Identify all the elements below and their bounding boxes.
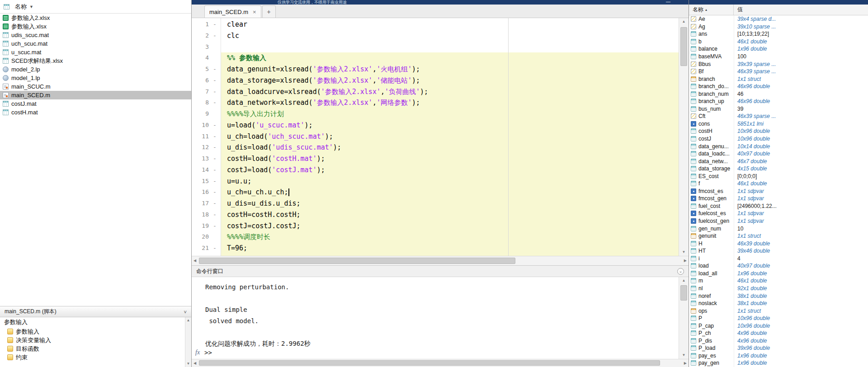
workspace-row[interactable]: branch_num46 (689, 90, 868, 98)
file-item[interactable]: uch_scuc.mat (0, 39, 191, 48)
file-item[interactable]: 参数输入.xlsx (0, 22, 191, 31)
file-item[interactable]: udis_scuc.mat (0, 31, 191, 39)
tab-main-sced[interactable]: main_SCED.m × (204, 5, 261, 18)
editor-window-titlebar[interactable]: 仅供学习交流使用，不得用于商业用途 — (192, 0, 689, 5)
sort-caret-icon[interactable]: ▼ (29, 5, 33, 9)
command-prompt[interactable]: fx >> (195, 347, 212, 358)
workspace-row[interactable]: b46x1 double (689, 38, 868, 46)
workspace-row[interactable]: P_dis4x96 double (689, 337, 868, 345)
editor-vscrollbar[interactable]: ▲ ▼ (679, 18, 689, 256)
editor-line[interactable]: 20%%%%调度时长 (192, 231, 679, 243)
workspace-row[interactable]: data_netw...46x7 double (689, 157, 868, 165)
editor-line[interactable]: 13-costH=load('costH.mat'); (192, 153, 679, 165)
file-item[interactable]: main_SCED.m (0, 91, 191, 99)
workspace-row[interactable]: m46x1 double (689, 277, 868, 285)
scroll-left-icon[interactable]: ◀ (193, 259, 196, 263)
workspace-row[interactable]: P10x96 double (689, 315, 868, 322)
editor-line[interactable]: 9%%%%导入出力计划 (192, 108, 679, 120)
editor-line[interactable]: 7-data_loadcurve=xlsread('参数输入2.xlsx','负… (192, 86, 679, 98)
new-tab-button[interactable]: + (262, 5, 276, 18)
file-item[interactable]: u_scuc.mat (0, 48, 191, 56)
scroll-down-icon[interactable]: ▼ (187, 362, 190, 366)
file-item[interactable]: main_SCUC.m (0, 82, 191, 91)
workspace-row[interactable]: ES_cost[0;0;0;0] (689, 172, 868, 180)
workspace-row[interactable]: costH10x96 double (689, 127, 868, 135)
workspace-row[interactable]: load_all1x96 double (689, 270, 868, 278)
editor-line[interactable]: 22-baseMVA=100; (192, 254, 679, 256)
command-window-header[interactable]: 命令行窗口 ⌄ (192, 266, 689, 277)
file-item[interactable]: model_2.lp (0, 65, 191, 74)
workspace-row[interactable]: ans[10;13;19;22] (689, 30, 868, 38)
collapse-chevron-icon[interactable]: ˅ (184, 309, 187, 315)
workspace-row[interactable]: nl92x1 double (689, 285, 868, 292)
workspace-row[interactable]: baseMVA100 (689, 53, 868, 61)
workspace-row[interactable]: costJ10x96 double (689, 135, 868, 143)
workspace-row[interactable]: data_storage4x15 double (689, 165, 868, 173)
workspace-row[interactable]: fmcost_gen1x1 sdpvar (689, 195, 868, 202)
workspace-row[interactable]: f46x1 double (689, 180, 868, 188)
command-vscrollbar[interactable]: ▲ ▼ (679, 277, 689, 359)
scroll-up-icon[interactable]: ▲ (187, 318, 190, 323)
section-tree-item[interactable]: 决策变量输入 (0, 336, 191, 344)
editor-line[interactable]: 1-clear (192, 19, 679, 30)
workspace-row[interactable]: P_ch4x96 double (689, 329, 868, 337)
scroll-thumb[interactable] (199, 360, 660, 366)
scroll-thumb[interactable] (680, 27, 687, 66)
workspace-row[interactable]: Ag39x10 sparse ... (689, 23, 868, 31)
editor-line[interactable]: 14-costJ=load('costJ.mat'); (192, 165, 679, 176)
workspace-row[interactable]: ops1x1 struct (689, 307, 868, 315)
workspace-row[interactable]: load40x97 double (689, 262, 868, 270)
editor-line[interactable]: 11-u_ch=load('uch_scuc.mat'); (192, 131, 679, 142)
scroll-track[interactable] (198, 360, 682, 367)
workspace-row[interactable]: HT39x46 double (689, 247, 868, 255)
workspace-row[interactable]: branch_up46x96 double (689, 98, 868, 105)
section-tree-item[interactable]: 参数输入 (0, 327, 191, 336)
workspace-row[interactable]: Bbus39x39 sparse ... (689, 60, 868, 68)
workspace-row[interactable]: fuel_cost[2496000;1.22... (689, 202, 868, 210)
workspace-row[interactable]: pay_es1x96 double (689, 352, 868, 360)
workspace-row[interactable]: H46x39 double (689, 240, 868, 247)
minimize-icon[interactable]: — (666, 0, 670, 4)
editor-line[interactable]: 19-costJ=costJ.costJ; (192, 221, 679, 232)
file-item[interactable]: 参数输入2.xlsx (0, 14, 191, 22)
scroll-right-icon[interactable]: ▶ (684, 361, 687, 366)
scroll-right-icon[interactable]: ▶ (684, 259, 687, 263)
value-column-header[interactable]: 值 (734, 6, 743, 14)
details-scrollbar[interactable]: ▲ ▼ (185, 317, 191, 367)
file-item[interactable]: SCED求解结果.xlsx (0, 56, 191, 65)
workspace-row[interactable]: noref38x1 double (689, 292, 868, 300)
workspace-row[interactable]: balance1x96 double (689, 45, 868, 53)
editor-line[interactable]: 2-clc (192, 30, 679, 42)
section-tree-item[interactable]: 约束 (0, 353, 191, 362)
command-window[interactable]: Removing perturbation. Dual simple solve… (192, 277, 689, 359)
folder-column-header[interactable]: 名称 ▼ (0, 0, 191, 14)
workspace-row[interactable]: branch1x1 struct (689, 75, 868, 83)
editor-line[interactable]: 4%% 参数输入 (192, 52, 679, 64)
scroll-down-icon[interactable]: ▼ (682, 353, 686, 358)
file-item[interactable]: costH.mat (0, 108, 191, 117)
workspace-row[interactable]: cons5851x1 lmi (689, 120, 868, 128)
scroll-track[interactable] (198, 258, 682, 264)
workspace-row[interactable]: noslack38x1 double (689, 300, 868, 307)
workspace-row[interactable]: i4 (689, 255, 868, 263)
workspace-row[interactable]: pay_gen1x96 double (689, 359, 868, 367)
file-item[interactable]: costJ.mat (0, 99, 191, 108)
close-tab-icon[interactable]: × (253, 9, 256, 15)
editor-line[interactable]: 21-T=96; (192, 243, 679, 254)
workspace-row[interactable]: branch_do...46x96 double (689, 83, 868, 90)
editor-line[interactable]: 8-data_network=xlsread('参数输入2.xlsx','网络参… (192, 97, 679, 108)
editor-line[interactable]: 10-u=load('u_scuc.mat'); (192, 120, 679, 131)
editor-line[interactable]: 18-costH=costH.costH; (192, 209, 679, 221)
scroll-up-icon[interactable]: ▲ (682, 19, 686, 24)
workspace-row[interactable]: data_genu...10x14 double (689, 142, 868, 150)
editor-line[interactable]: 5-data_genunit=xlsread('参数输入2.xlsx','火电机… (192, 64, 679, 75)
workspace-row[interactable]: data_loadc...40x97 double (689, 150, 868, 158)
file-details-bar[interactable]: main_SCED.m (脚本) ˅ (0, 306, 191, 317)
workspace-row[interactable]: Ae39x4 sparse d... (689, 15, 868, 23)
editor-hscrollbar[interactable]: ◀ ▶ (192, 256, 689, 266)
scroll-thumb[interactable] (680, 285, 687, 301)
file-item[interactable]: model_1.lp (0, 74, 191, 82)
panel-menu-icon[interactable]: ⌄ (677, 268, 684, 275)
workspace-row[interactable]: fuelcost_gen1x1 sdpvar (689, 217, 868, 225)
command-hscrollbar[interactable]: ◀ ▶ (192, 359, 689, 367)
